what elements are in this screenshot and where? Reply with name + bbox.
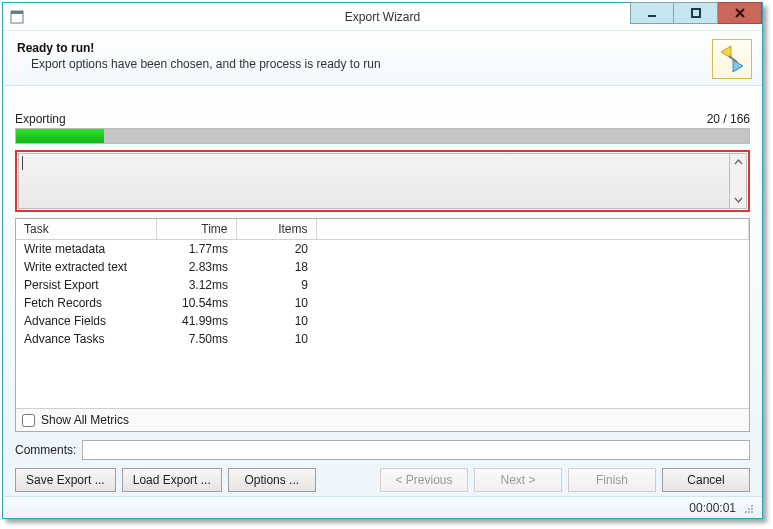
scroll-down-icon[interactable]	[730, 191, 746, 208]
svg-rect-3	[692, 9, 700, 17]
cell-items: 18	[236, 258, 316, 276]
cell-time: 1.77ms	[156, 240, 236, 259]
log-textbox[interactable]	[18, 153, 730, 209]
svg-point-6	[745, 511, 747, 513]
export-wizard-icon	[712, 39, 752, 79]
wizard-header: Ready to run! Export options have been c…	[3, 31, 762, 86]
wizard-body: Exporting 20 / 166	[3, 86, 762, 496]
cell-time: 41.99ms	[156, 312, 236, 330]
save-export-button[interactable]: Save Export ...	[15, 468, 116, 492]
finish-button: Finish	[568, 468, 656, 492]
col-task[interactable]: Task	[16, 219, 156, 240]
svg-point-4	[751, 511, 753, 513]
cell-task: Persist Export	[16, 276, 156, 294]
table-row[interactable]: Write metadata1.77ms20	[16, 240, 749, 259]
show-all-metrics-checkbox[interactable]	[22, 414, 35, 427]
header-title: Ready to run!	[17, 41, 748, 55]
table-row[interactable]: Persist Export3.12ms9	[16, 276, 749, 294]
header-subtitle: Export options have been chosen, and the…	[31, 57, 748, 71]
table-row[interactable]: Fetch Records10.54ms10	[16, 294, 749, 312]
comments-label: Comments:	[15, 443, 76, 457]
wizard-button-row: Save Export ... Load Export ... Options …	[15, 468, 750, 492]
comments-input[interactable]	[82, 440, 750, 460]
maximize-button[interactable]	[674, 2, 718, 24]
cell-time: 3.12ms	[156, 276, 236, 294]
elapsed-time: 00:00:01	[689, 501, 736, 515]
cancel-button[interactable]: Cancel	[662, 468, 750, 492]
title-bar[interactable]: Export Wizard	[3, 3, 762, 31]
svg-point-9	[751, 505, 753, 507]
table-header-row[interactable]: Task Time Items	[16, 219, 749, 240]
col-items[interactable]: Items	[236, 219, 316, 240]
log-area-highlighted	[15, 150, 750, 212]
cell-time: 2.83ms	[156, 258, 236, 276]
next-button: Next >	[474, 468, 562, 492]
app-icon	[9, 9, 25, 25]
cell-task: Write metadata	[16, 240, 156, 259]
svg-rect-1	[11, 11, 23, 14]
close-button[interactable]	[718, 2, 762, 24]
load-export-button[interactable]: Load Export ...	[122, 468, 222, 492]
progress-bar	[15, 128, 750, 144]
cell-items: 10	[236, 312, 316, 330]
svg-point-8	[748, 508, 750, 510]
cell-task: Fetch Records	[16, 294, 156, 312]
svg-point-5	[748, 511, 750, 513]
scroll-up-icon[interactable]	[730, 154, 746, 171]
cell-task: Advance Tasks	[16, 330, 156, 348]
table-row[interactable]: Advance Fields41.99ms10	[16, 312, 749, 330]
table-row[interactable]: Advance Tasks7.50ms10	[16, 330, 749, 348]
cell-items: 20	[236, 240, 316, 259]
progress-label: Exporting	[15, 112, 66, 126]
metrics-table-container: Task Time Items Write metadata1.77ms20Wr…	[15, 218, 750, 432]
previous-button: < Previous	[380, 468, 468, 492]
options-button[interactable]: Options ...	[228, 468, 316, 492]
status-bar: 00:00:01	[3, 496, 762, 518]
cell-items: 10	[236, 294, 316, 312]
progress-counter: 20 / 166	[707, 112, 750, 126]
cell-task: Write extracted text	[16, 258, 156, 276]
cell-time: 10.54ms	[156, 294, 236, 312]
cell-time: 7.50ms	[156, 330, 236, 348]
log-scrollbar[interactable]	[730, 153, 747, 209]
svg-point-7	[751, 508, 753, 510]
resize-grip-icon[interactable]	[742, 502, 754, 514]
export-wizard-window: Export Wizard Ready to run! Export optio…	[2, 2, 763, 519]
progress-fill	[16, 129, 104, 143]
cell-items: 10	[236, 330, 316, 348]
cell-task: Advance Fields	[16, 312, 156, 330]
metrics-table: Task Time Items Write metadata1.77ms20Wr…	[16, 219, 749, 348]
table-row[interactable]: Write extracted text2.83ms18	[16, 258, 749, 276]
show-all-metrics-row[interactable]: Show All Metrics	[16, 408, 749, 431]
cell-items: 9	[236, 276, 316, 294]
show-all-metrics-label: Show All Metrics	[41, 413, 129, 427]
minimize-button[interactable]	[630, 2, 674, 24]
svg-rect-2	[648, 15, 656, 17]
col-time[interactable]: Time	[156, 219, 236, 240]
